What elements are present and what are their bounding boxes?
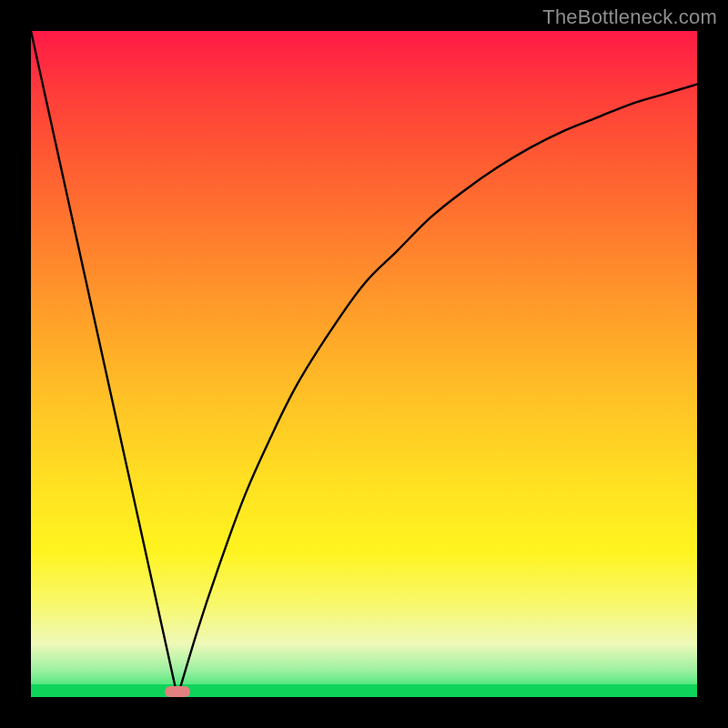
optimal-point-marker [165, 686, 190, 697]
chart-frame: TheBottleneck.com [0, 0, 728, 728]
plot-area [31, 31, 697, 697]
bottleneck-curve [31, 31, 697, 697]
baseline-band [31, 684, 697, 697]
watermark-text: TheBottleneck.com [542, 5, 717, 29]
